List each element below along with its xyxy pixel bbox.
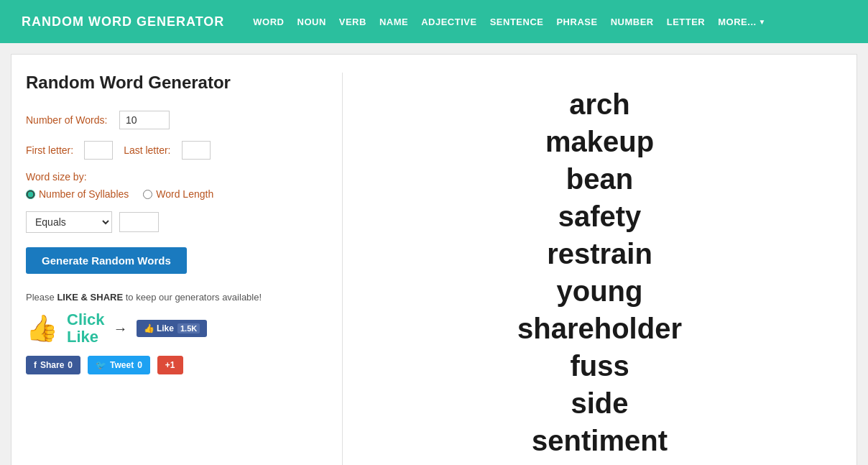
num-words-row: Number of Words: (26, 111, 328, 129)
left-panel: Random Word Generator Number of Words: F… (26, 73, 328, 465)
word-item: young (557, 274, 643, 308)
word-length-label: Word Length (156, 188, 213, 200)
fb-icon: f (34, 360, 37, 370)
nav-letter[interactable]: LETTER (667, 17, 706, 27)
nav-noun[interactable]: NOUN (297, 17, 326, 27)
twitter-label: Tweet (110, 360, 134, 370)
word-item: shareholder (517, 311, 682, 346)
first-letter-label: First letter: (26, 144, 73, 156)
more-label: MORE... (718, 17, 756, 27)
fb-share-label: Share (40, 360, 64, 370)
nav-verb[interactable]: VERB (339, 17, 366, 27)
main-container: Random Word Generator Number of Words: F… (11, 54, 857, 465)
size-value-input[interactable] (119, 212, 159, 232)
syllables-radio-option[interactable]: Number of Syllables (26, 188, 129, 200)
word-item: restrain (547, 236, 652, 271)
chevron-down-icon: ▼ (759, 18, 766, 26)
word-item: fuss (570, 349, 629, 383)
nav-phrase[interactable]: PHRASE (556, 17, 597, 27)
share-pre: Please (26, 292, 57, 303)
page-title: Random Word Generator (26, 73, 328, 93)
site-header: RANDOM WORD GENERATOR WORD NOUN VERB NAM… (0, 0, 868, 43)
like-label: Like (67, 328, 105, 346)
like-count: 1.5K (177, 323, 200, 333)
fb-like-label: 👍 Like (144, 323, 174, 333)
twitter-button[interactable]: 🐦 Tweet 0 (88, 356, 150, 374)
thumbs-up-icon: 👍 (26, 313, 58, 344)
nav-more[interactable]: MORE... ▼ (718, 17, 766, 27)
word-length-radio-option[interactable]: Word Length (143, 188, 213, 200)
word-item: sentiment (532, 423, 668, 458)
word-item: makeup (545, 124, 654, 159)
nav-sentence[interactable]: SENTENCE (490, 17, 544, 27)
site-logo: RANDOM WORD GENERATOR (22, 14, 224, 29)
select-row: Equals Less than Greater than (26, 211, 328, 233)
nav-name[interactable]: NAME (379, 17, 408, 27)
share-post: to keep our generators available! (123, 292, 262, 303)
radio-row: Number of Syllables Word Length (26, 188, 328, 200)
first-letter-input[interactable] (84, 141, 113, 160)
word-length-radio[interactable] (143, 190, 152, 199)
word-item: safety (558, 199, 642, 234)
word-item: side (571, 386, 628, 420)
nav-number[interactable]: NUMBER (611, 17, 654, 27)
arrow-right-icon: → (114, 321, 128, 337)
share-prompt: Please LIKE & SHARE to keep our generato… (26, 292, 328, 303)
twitter-icon: 🐦 (96, 360, 106, 370)
syllables-radio[interactable] (26, 190, 35, 199)
words-list: arch makeup bean safety restrain young s… (517, 87, 682, 458)
gplus-button[interactable]: +1 (157, 356, 183, 374)
equals-dropdown[interactable]: Equals Less than Greater than (26, 211, 112, 233)
right-panel: arch makeup bean safety restrain young s… (357, 73, 842, 465)
generate-button[interactable]: Generate Random Words (26, 247, 187, 274)
social-like-row: 👍 Click Like → 👍 Like 1.5K (26, 311, 328, 346)
nav-adjective[interactable]: ADJECTIVE (421, 17, 476, 27)
word-item: bean (566, 162, 633, 196)
last-letter-input[interactable] (182, 141, 211, 160)
twitter-count: 0 (137, 360, 142, 370)
fb-like-badge[interactable]: 👍 Like 1.5K (137, 320, 208, 337)
click-label: Click (67, 311, 105, 328)
syllables-label: Number of Syllables (39, 188, 129, 200)
num-words-input[interactable] (119, 111, 170, 129)
click-like-text: Click Like (67, 311, 105, 346)
panel-divider (342, 73, 343, 465)
nav-word[interactable]: WORD (253, 17, 284, 27)
word-size-label: Word size by: (26, 171, 328, 183)
gplus-label: +1 (165, 360, 175, 370)
num-words-label: Number of Words: (26, 114, 119, 126)
fb-share-count: 0 (68, 360, 73, 370)
share-bold: LIKE & SHARE (57, 292, 123, 303)
letter-row: First letter: Last letter: (26, 141, 328, 160)
social-buttons-row: f Share 0 🐦 Tweet 0 +1 (26, 356, 328, 374)
main-nav: WORD NOUN VERB NAME ADJECTIVE SENTENCE P… (253, 17, 766, 27)
word-item: arch (569, 87, 630, 121)
last-letter-label: Last letter: (124, 144, 170, 156)
fb-share-button[interactable]: f Share 0 (26, 356, 80, 374)
